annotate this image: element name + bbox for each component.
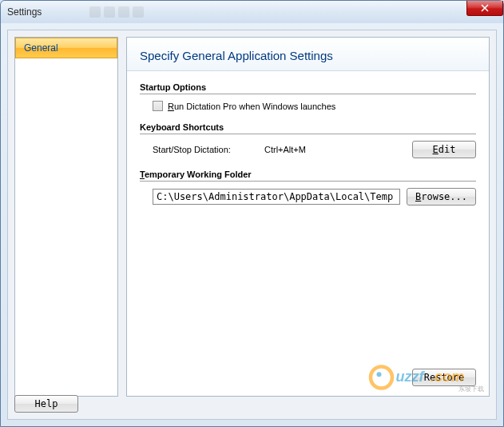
shortcut-value: Ctrl+Alt+M <box>264 145 376 154</box>
settings-window: Settings General Specify General Applica… <box>0 0 504 427</box>
browse-button[interactable]: Browse... <box>407 188 476 206</box>
help-button[interactable]: Help <box>14 395 78 413</box>
folder-section: Temporary Working Folder Browse... <box>140 170 476 206</box>
run-on-launch-label: Run Dictation Pro when Windows launches <box>168 102 335 111</box>
folder-path-input[interactable] <box>153 189 400 205</box>
close-button[interactable] <box>466 1 503 16</box>
restore-button[interactable]: Restore <box>412 369 476 386</box>
sidebar: General <box>14 37 118 397</box>
close-icon <box>481 4 489 12</box>
edit-button[interactable]: Edit <box>412 141 476 158</box>
content-panel: Specify General Application Settings Sta… <box>126 37 490 397</box>
folder-title: Temporary Working Folder <box>140 170 476 182</box>
run-on-launch-checkbox[interactable] <box>153 101 163 111</box>
panel-heading: Specify General Application Settings <box>127 38 489 71</box>
sidebar-item-label: General <box>24 42 58 54</box>
keyboard-section: Keyboard Shortcuts Start/Stop Dictation:… <box>140 122 476 158</box>
startup-title: Startup Options <box>140 82 476 94</box>
startup-section: Startup Options Run Dictation Pro when W… <box>140 82 476 111</box>
titlebar-background-icons <box>89 6 144 18</box>
keyboard-title: Keyboard Shortcuts <box>140 122 476 134</box>
titlebar[interactable]: Settings <box>1 1 503 23</box>
window-title: Settings <box>7 6 42 18</box>
content-frame: General Specify General Application Sett… <box>7 30 497 420</box>
sidebar-item-general[interactable]: General <box>15 38 117 58</box>
shortcut-label: Start/Stop Dictation: <box>153 145 264 154</box>
